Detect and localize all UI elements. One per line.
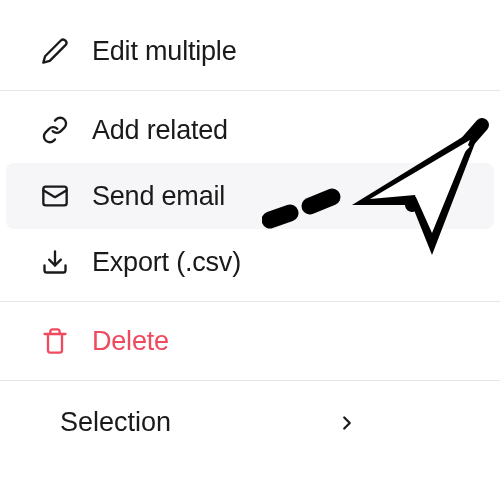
send-email-item[interactable]: Send email (6, 163, 494, 229)
envelope-icon (38, 179, 72, 213)
delete-item[interactable]: Delete (0, 308, 500, 374)
pencil-icon (38, 34, 72, 68)
edit-multiple-item[interactable]: Edit multiple (0, 18, 500, 84)
add-related-label: Add related (92, 115, 468, 146)
link-icon (38, 113, 72, 147)
download-icon (38, 245, 72, 279)
send-email-label: Send email (92, 181, 462, 212)
chevron-right-icon (336, 412, 358, 434)
selection-label: Selection (60, 407, 336, 438)
divider (0, 301, 500, 302)
delete-label: Delete (92, 326, 468, 357)
trash-icon (38, 324, 72, 358)
divider (0, 90, 500, 91)
export-csv-item[interactable]: Export (.csv) (0, 229, 500, 295)
add-related-item[interactable]: Add related (0, 97, 500, 163)
export-csv-label: Export (.csv) (92, 247, 468, 278)
selection-item[interactable]: Selection (0, 387, 500, 458)
context-menu: Edit multiple Add related Send email (0, 0, 500, 458)
edit-multiple-label: Edit multiple (92, 36, 468, 67)
divider (0, 380, 500, 381)
